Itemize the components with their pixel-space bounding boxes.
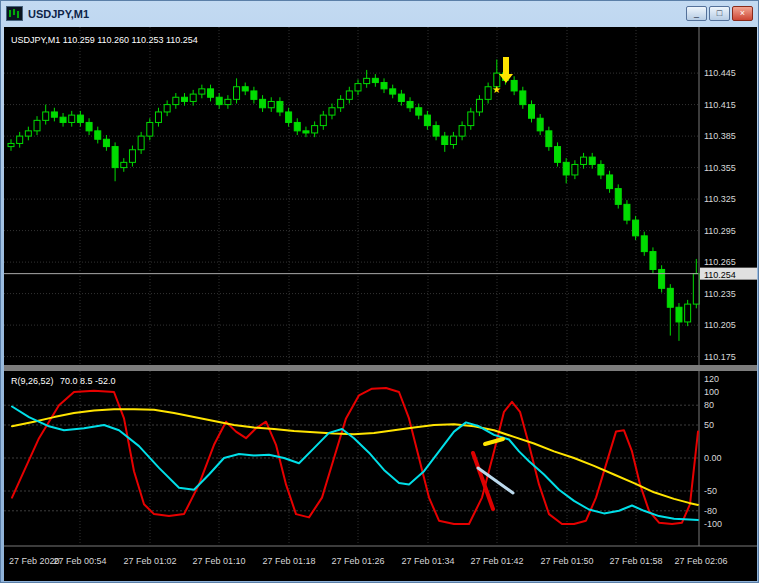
candle-body <box>364 78 370 83</box>
candle-body <box>511 80 517 91</box>
candle-body <box>572 164 578 175</box>
window-title: USDJPY,M1 <box>28 8 681 20</box>
time-axis-label: 27 Feb 01:10 <box>192 556 245 566</box>
indicator-tick-label: -80 <box>704 506 717 516</box>
indicator-tick-label: 120 <box>704 374 719 384</box>
candle-body <box>86 122 92 130</box>
candle-body <box>60 117 66 122</box>
minimize-button[interactable]: _ <box>686 6 707 21</box>
candle-body <box>468 112 474 126</box>
candle-body <box>320 115 326 126</box>
chart-canvas[interactable]: 110.445110.415110.385110.355110.325110.2… <box>4 27 757 581</box>
candle-body <box>390 89 396 94</box>
chart-window-icon <box>6 6 23 21</box>
candle-body <box>424 115 430 126</box>
candle-body <box>676 307 682 322</box>
candle-body <box>268 101 274 107</box>
price-tick-label: 110.265 <box>704 257 736 267</box>
indicator-tick-label: -100 <box>704 519 722 529</box>
chart-client-area: 110.445110.415110.385110.355110.325110.2… <box>4 27 757 581</box>
indicator-values: 70.0 8.5 -52.0 <box>60 376 116 386</box>
indicator-tick-label: -50 <box>704 486 717 496</box>
candle-body <box>589 157 595 164</box>
indicator-tick-label: 50 <box>704 420 714 430</box>
candle-body <box>555 147 561 163</box>
candle-body <box>433 126 439 137</box>
time-axis-label: 27 Feb 01:02 <box>123 556 176 566</box>
dash-yellow-object[interactable] <box>485 439 503 444</box>
bid-price-label: 110.254 <box>704 270 736 280</box>
candle-body <box>190 94 196 101</box>
candle-body <box>164 105 170 112</box>
indicator-line-yellow <box>12 409 698 505</box>
candle-body <box>407 101 413 107</box>
close-button[interactable]: × <box>732 6 753 21</box>
candle-body <box>650 252 656 270</box>
candle-body <box>17 136 23 143</box>
candle-body <box>242 87 248 91</box>
candle-body <box>216 97 222 104</box>
candle-body <box>147 122 153 136</box>
candle-body <box>34 120 40 131</box>
time-axis-label: 27 Feb 01:50 <box>540 556 593 566</box>
price-tick-label: 110.295 <box>704 226 736 236</box>
indicator-info-line: R(9,26,52) 70.0 8.5 -52.0 <box>11 376 120 386</box>
ohlc-info-line: USDJPY,M1 110.259 110.260 110.253 110.25… <box>11 35 198 45</box>
candle-body <box>182 97 188 101</box>
candle-body <box>103 139 109 146</box>
candle-body <box>112 147 118 168</box>
candle-body <box>43 112 49 120</box>
time-axis-label: 27 Feb 01:18 <box>262 556 315 566</box>
candle-body <box>95 131 101 139</box>
candle-body <box>129 150 135 163</box>
candle-body <box>77 115 83 122</box>
pane-splitter[interactable] <box>4 365 757 371</box>
candle-body <box>615 189 621 205</box>
candle-body <box>633 220 639 236</box>
indicator-tick-label: 100 <box>704 387 719 397</box>
candle-body <box>372 78 378 82</box>
candle-body <box>286 112 292 123</box>
candle-body <box>138 136 144 150</box>
candle-body <box>381 83 387 89</box>
candle-body <box>476 99 482 112</box>
candle-body <box>624 204 630 220</box>
star-object[interactable]: ★ <box>492 84 501 95</box>
price-tick-label: 110.385 <box>704 131 736 141</box>
candle-body <box>563 162 569 175</box>
candle-body <box>685 304 691 322</box>
candle-body <box>450 136 456 144</box>
candle-body <box>303 131 309 133</box>
candle-body <box>546 131 552 147</box>
price-tick-label: 110.415 <box>704 100 736 110</box>
candle-body <box>173 97 179 104</box>
candle-body <box>355 84 361 91</box>
candle-body <box>442 136 448 144</box>
price-tick-label: 110.325 <box>704 194 736 204</box>
time-axis-label: 27 Feb 01:58 <box>609 556 662 566</box>
candle-body <box>312 126 318 133</box>
down-arrow-object[interactable] <box>499 57 513 83</box>
candle-body <box>234 87 240 100</box>
trend-red-object[interactable] <box>473 453 493 509</box>
price-tick-label: 110.175 <box>704 352 736 362</box>
restore-button[interactable]: □ <box>709 6 730 21</box>
candle-body <box>69 115 75 122</box>
candle-body <box>260 99 266 107</box>
candle-body <box>459 126 465 137</box>
candle-body <box>537 118 543 131</box>
candle-body <box>25 131 31 136</box>
candle-body <box>329 108 335 115</box>
candle-body <box>251 91 257 99</box>
time-axis-label: 27 Feb 2020 <box>9 556 60 566</box>
price-tick-label: 110.235 <box>704 289 736 299</box>
candle-body <box>121 162 127 167</box>
candle-body <box>659 269 665 288</box>
candle-body <box>485 87 491 100</box>
candle-body <box>693 274 699 304</box>
time-axis-label: 27 Feb 00:54 <box>53 556 106 566</box>
candle-body <box>346 91 352 99</box>
titlebar[interactable]: USDJPY,M1 _ □ × <box>1 1 758 26</box>
candle-body <box>607 175 613 189</box>
candle-body <box>641 236 647 252</box>
